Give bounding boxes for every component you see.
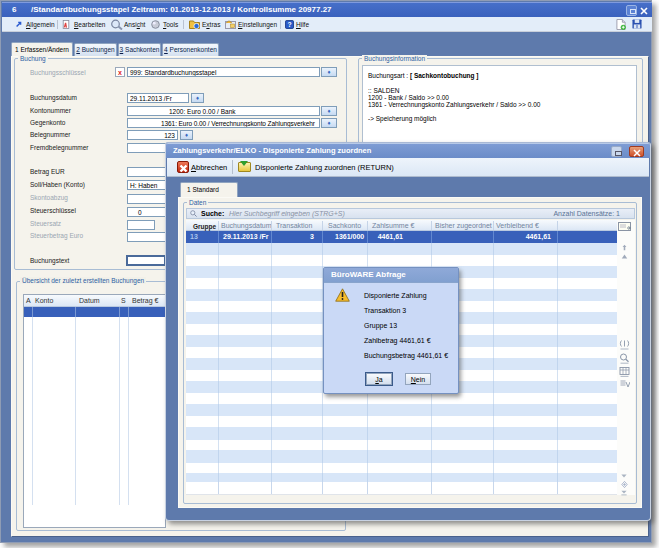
svg-text:?: ? <box>287 21 291 28</box>
